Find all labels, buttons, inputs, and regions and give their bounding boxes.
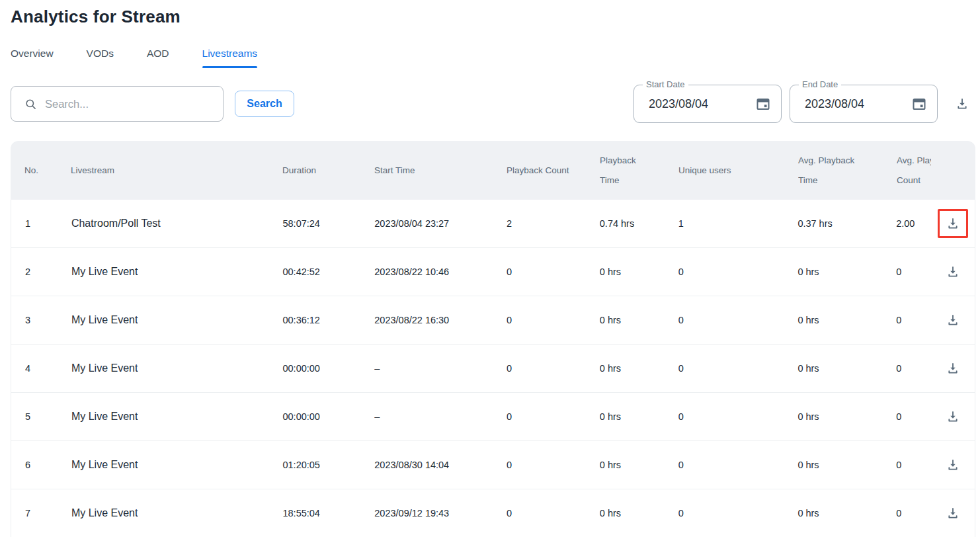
col-header-duration: Duration	[282, 141, 374, 200]
cell-unique_users: 0	[678, 460, 798, 470]
cell-duration: 00:00:00	[282, 363, 374, 374]
download-icon	[946, 362, 960, 375]
cell-livestream: My Live Event	[71, 362, 283, 374]
row-download-button[interactable]	[938, 354, 968, 383]
tab-livestreams[interactable]: Livestreams	[202, 48, 258, 68]
cell-livestream: My Live Event	[71, 266, 283, 278]
cell-avg_playback_time: 0.37 hrs	[797, 218, 896, 229]
cell-avg_playback_count: 2.00	[896, 218, 930, 229]
cell-actions	[930, 450, 975, 479]
search-box	[11, 86, 224, 122]
table-row: 5My Live Event00:00:00–00 hrs00 hrs0	[11, 393, 975, 441]
cell-avg_playback_time: 0 hrs	[797, 411, 896, 422]
cell-unique_users: 0	[678, 267, 798, 277]
row-download-button[interactable]	[938, 209, 968, 238]
analytics-page: Analytics for Stream OverviewVODsAODLive…	[0, 0, 980, 537]
cell-avg_playback_time: 0 hrs	[797, 460, 896, 470]
cell-avg_playback_count: 0	[896, 411, 930, 422]
col-header-start_time: Start Time	[374, 141, 507, 200]
cell-livestream: My Live Event	[71, 411, 283, 423]
table-row: 6My Live Event01:20:052023/08/30 14:0400…	[11, 441, 975, 489]
cell-avg_playback_time: 0 hrs	[797, 508, 896, 518]
cell-no: 7	[25, 508, 71, 518]
download-icon	[946, 313, 960, 327]
cell-livestream: My Live Event	[71, 314, 283, 326]
cell-livestream: My Live Event	[71, 507, 283, 519]
table-row: 3My Live Event00:36:122023/08/22 16:3000…	[11, 296, 975, 345]
start-date-field[interactable]: Start Date 2023/08/04	[633, 85, 782, 123]
cell-playback_count: 2	[507, 218, 600, 229]
cell-unique_users: 1	[678, 218, 798, 229]
table-row: 1Chatroom/Poll Test58:07:242023/08/04 23…	[11, 200, 975, 248]
cell-start_time: 2023/08/30 14:04	[374, 460, 507, 470]
cell-no: 4	[25, 363, 71, 374]
cell-unique_users: 0	[678, 363, 798, 374]
cell-start_time: 2023/08/22 16:30	[374, 315, 507, 325]
tab-bar: OverviewVODsAODLivestreams	[11, 48, 257, 68]
cell-no: 3	[25, 315, 71, 325]
row-download-button[interactable]	[938, 402, 968, 431]
table-body: 1Chatroom/Poll Test58:07:242023/08/04 23…	[11, 200, 975, 537]
cell-playback_count: 0	[507, 411, 600, 422]
cell-avg_playback_time: 0 hrs	[797, 267, 896, 277]
cell-avg_playback_count: 0	[896, 267, 930, 277]
cell-actions	[930, 209, 975, 238]
start-date-label: Start Date	[643, 79, 688, 89]
cell-avg_playback_count: 0	[896, 460, 930, 470]
tab-overview[interactable]: Overview	[11, 48, 54, 68]
table-row: 4My Live Event00:00:00–00 hrs00 hrs0	[11, 345, 975, 393]
cell-unique_users: 0	[678, 411, 798, 422]
col-header-playback_count: Playback Count	[507, 141, 600, 200]
cell-playback_count: 0	[507, 267, 600, 277]
cell-playback_time: 0.74 hrs	[600, 218, 678, 229]
cell-actions	[930, 354, 975, 383]
calendar-icon[interactable]	[755, 96, 771, 112]
cell-livestream: Chatroom/Poll Test	[71, 218, 283, 229]
table-row: 2My Live Event00:42:522023/08/22 10:4600…	[11, 248, 975, 296]
calendar-icon[interactable]	[911, 96, 927, 112]
end-date-value: 2023/08/04	[805, 97, 864, 111]
end-date-field[interactable]: End Date 2023/08/04	[790, 85, 938, 123]
end-date-label: End Date	[799, 79, 841, 89]
col-header-playback_time: PlaybackTime	[600, 141, 678, 200]
tab-aod[interactable]: AOD	[147, 48, 169, 68]
cell-avg_playback_count: 0	[896, 363, 930, 374]
row-download-button[interactable]	[938, 499, 968, 528]
cell-actions	[930, 257, 975, 286]
cell-unique_users: 0	[678, 315, 798, 325]
export-download-button[interactable]	[950, 93, 974, 115]
table-header-row: No.LivestreamDurationStart TimePlayback …	[11, 141, 975, 200]
cell-start_time: –	[374, 411, 507, 422]
cell-actions	[930, 306, 975, 335]
search-input[interactable]	[45, 98, 215, 110]
col-header-livestream: Livestream	[71, 141, 282, 200]
download-icon	[946, 217, 960, 230]
table-row: 7My Live Event18:55:042023/09/12 19:4300…	[11, 489, 975, 537]
row-download-button[interactable]	[938, 306, 968, 335]
cell-playback_count: 0	[507, 315, 600, 325]
cell-duration: 18:55:04	[282, 508, 374, 518]
cell-playback_time: 0 hrs	[600, 460, 678, 470]
cell-avg_playback_count: 0	[896, 315, 930, 325]
cell-avg_playback_time: 0 hrs	[797, 315, 896, 325]
cell-playback_time: 0 hrs	[600, 508, 678, 518]
download-icon	[946, 265, 960, 278]
cell-duration: 00:36:12	[282, 315, 374, 325]
tab-vods[interactable]: VODs	[87, 48, 114, 68]
cell-no: 5	[25, 411, 71, 422]
download-icon	[946, 410, 960, 423]
search-button[interactable]: Search	[235, 91, 294, 117]
col-header-actions	[931, 141, 975, 200]
cell-start_time: –	[374, 363, 507, 374]
row-download-button[interactable]	[938, 257, 968, 286]
cell-playback_time: 0 hrs	[600, 411, 678, 422]
download-icon	[946, 458, 960, 472]
cell-avg_playback_count: 0	[896, 508, 930, 518]
cell-no: 6	[25, 460, 71, 470]
cell-actions	[930, 402, 975, 431]
cell-playback_count: 0	[507, 460, 600, 470]
cell-duration: 00:42:52	[282, 267, 374, 277]
row-download-button[interactable]	[938, 450, 968, 479]
cell-avg_playback_time: 0 hrs	[797, 363, 896, 374]
col-header-unique_users: Unique users	[678, 141, 798, 200]
